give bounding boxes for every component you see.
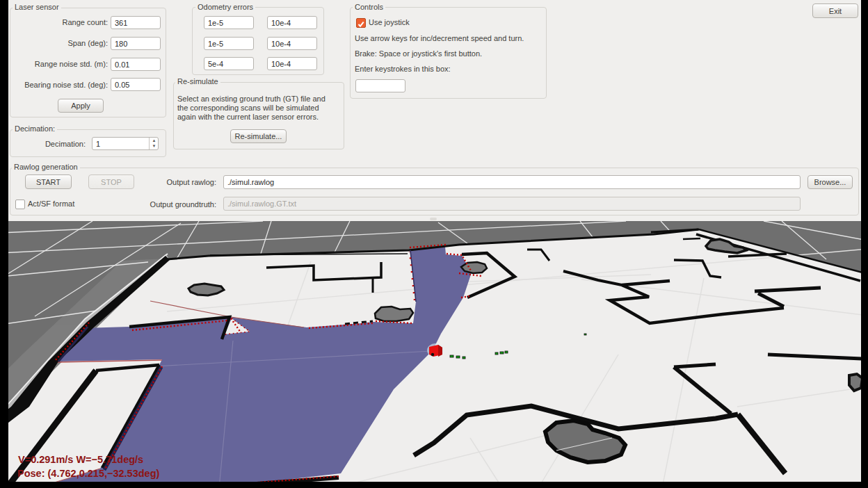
svg-text:Pose: (4.762,0.215,−32.53deg): Pose: (4.762,0.215,−32.53deg) [17, 468, 160, 479]
svg-text:V=0.291m/s W=−5.71deg/s: V=0.291m/s W=−5.71deg/s [18, 454, 143, 465]
